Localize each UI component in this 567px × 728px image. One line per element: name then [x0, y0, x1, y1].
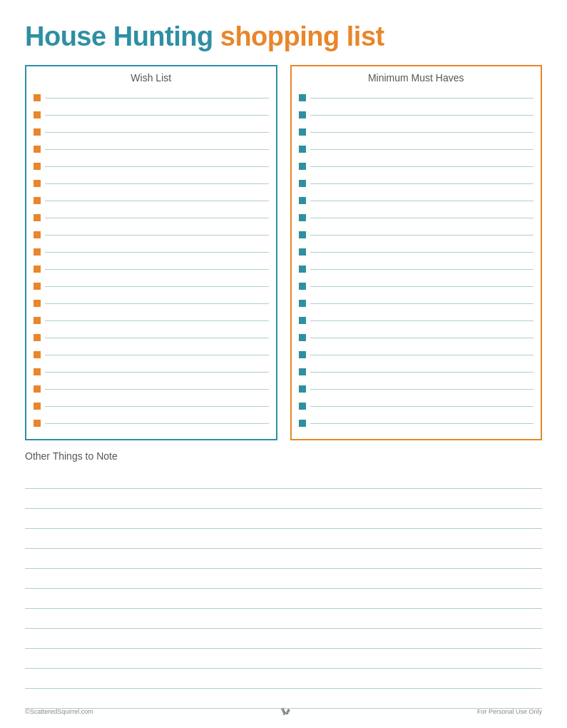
note-line [25, 489, 542, 509]
must-checkbox[interactable] [299, 214, 306, 221]
must-list-item [299, 261, 534, 278]
must-list-item [299, 295, 534, 312]
wish-list-item [34, 415, 269, 432]
wish-item-line [45, 372, 269, 373]
must-checkbox[interactable] [299, 368, 306, 375]
wish-checkbox[interactable] [34, 283, 41, 290]
must-list-item [299, 123, 534, 141]
must-checkbox[interactable] [299, 283, 306, 290]
must-item-line [310, 218, 534, 218]
wish-list-item [34, 106, 269, 123]
must-list-item [299, 312, 534, 329]
wish-checkbox[interactable] [34, 300, 41, 307]
wish-checkbox[interactable] [34, 403, 41, 410]
note-line [25, 509, 542, 529]
wish-checkbox[interactable] [34, 214, 41, 221]
must-checkbox[interactable] [299, 420, 306, 427]
must-checkbox[interactable] [299, 385, 306, 393]
wish-list-items [34, 89, 269, 432]
wish-item-line [45, 132, 269, 133]
wish-item-line [45, 338, 269, 338]
wish-checkbox[interactable] [34, 163, 41, 170]
must-list-item [299, 278, 534, 295]
title-shopping-list: shopping list [220, 21, 384, 52]
must-item-line [310, 201, 534, 201]
must-item-line [310, 320, 534, 321]
must-checkbox[interactable] [299, 266, 306, 273]
wish-checkbox[interactable] [34, 351, 41, 358]
wish-list-item [34, 278, 269, 295]
wish-checkbox[interactable] [34, 266, 41, 273]
note-line [25, 469, 542, 489]
wish-checkbox[interactable] [34, 231, 41, 238]
must-checkbox[interactable] [299, 231, 306, 238]
wish-checkbox[interactable] [34, 368, 41, 375]
must-checkbox[interactable] [299, 351, 306, 358]
wish-checkbox[interactable] [34, 180, 41, 187]
wish-list-item [34, 226, 269, 243]
must-list-item [299, 175, 534, 192]
wish-list-item [34, 363, 269, 380]
must-item-line [310, 149, 534, 150]
must-list-item [299, 346, 534, 363]
wish-item-line [45, 218, 269, 218]
footer-left: ©ScatteredSquirrel.com [25, 708, 93, 715]
wish-checkbox[interactable] [34, 128, 41, 136]
must-list-item [299, 89, 534, 106]
footer-center: 🐿 [280, 706, 290, 717]
note-line [25, 569, 542, 589]
must-item-line [310, 303, 534, 304]
footer-right: For Personal Use Only [477, 708, 542, 715]
wish-checkbox[interactable] [34, 111, 41, 118]
wish-item-line [45, 98, 269, 98]
must-checkbox[interactable] [299, 197, 306, 204]
must-item-line [310, 338, 534, 338]
must-item-line [310, 252, 534, 253]
wish-checkbox[interactable] [34, 146, 41, 153]
footer: ©ScatteredSquirrel.com 🐿 For Personal Us… [25, 706, 542, 717]
must-checkbox[interactable] [299, 111, 306, 118]
must-checkbox[interactable] [299, 180, 306, 187]
must-checkbox[interactable] [299, 163, 306, 170]
wish-checkbox[interactable] [34, 420, 41, 427]
must-list-item [299, 329, 534, 346]
wish-list-item [34, 192, 269, 209]
must-checkbox[interactable] [299, 94, 306, 101]
wish-list-item [34, 243, 269, 261]
wish-item-line [45, 166, 269, 167]
wish-item-line [45, 320, 269, 321]
note-line [25, 629, 542, 649]
wish-checkbox[interactable] [34, 197, 41, 204]
wish-item-line [45, 286, 269, 287]
must-checkbox[interactable] [299, 334, 306, 341]
must-item-line [310, 389, 534, 390]
wish-checkbox[interactable] [34, 385, 41, 393]
must-checkbox[interactable] [299, 146, 306, 153]
must-list-item [299, 226, 534, 243]
wish-list-column: Wish List [25, 65, 277, 440]
wish-list-item [34, 89, 269, 106]
wish-checkbox[interactable] [34, 248, 41, 256]
must-haves-items [299, 89, 534, 432]
wish-checkbox[interactable] [34, 317, 41, 324]
wish-checkbox[interactable] [34, 94, 41, 101]
must-list-item [299, 398, 534, 415]
must-item-line [310, 132, 534, 133]
other-label: Other Things to Note [25, 450, 542, 462]
wish-checkbox[interactable] [34, 334, 41, 341]
must-checkbox[interactable] [299, 248, 306, 256]
must-checkbox[interactable] [299, 403, 306, 410]
must-checkbox[interactable] [299, 300, 306, 307]
wish-item-line [45, 269, 269, 270]
wish-item-line [45, 252, 269, 253]
note-line [25, 669, 542, 689]
note-lines [25, 469, 542, 728]
must-checkbox[interactable] [299, 128, 306, 136]
wish-list-item [34, 329, 269, 346]
must-list-item [299, 380, 534, 398]
must-item-line [310, 183, 534, 184]
must-list-item [299, 415, 534, 432]
wish-list-item [34, 295, 269, 312]
must-list-item [299, 363, 534, 380]
must-checkbox[interactable] [299, 317, 306, 324]
